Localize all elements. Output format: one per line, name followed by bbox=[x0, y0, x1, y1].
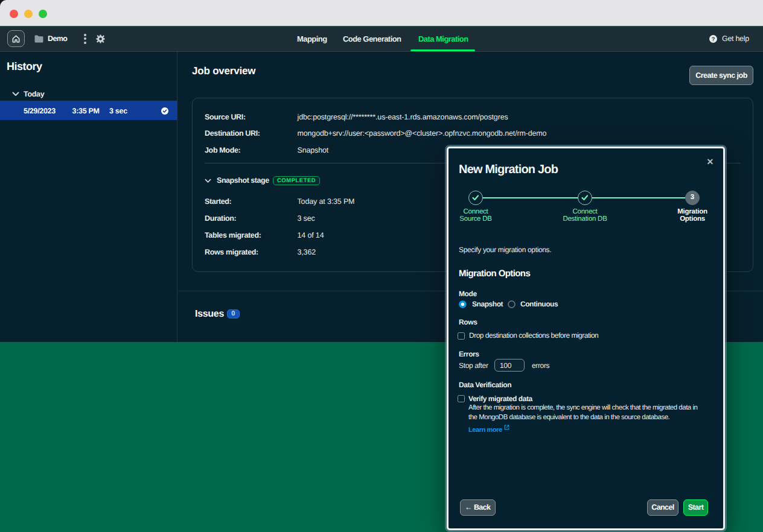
svg-text:?: ? bbox=[712, 36, 715, 42]
